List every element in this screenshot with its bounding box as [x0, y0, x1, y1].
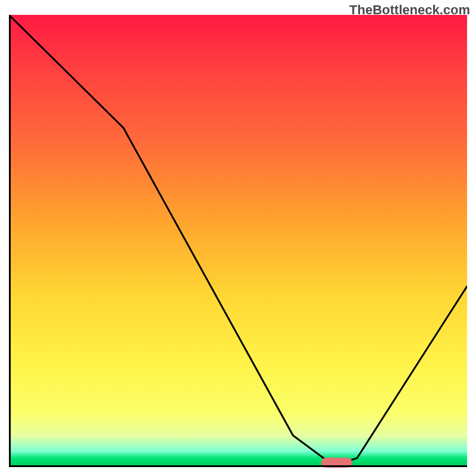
bottleneck-curve — [9, 15, 467, 467]
axis-x — [9, 465, 467, 467]
axis-y — [9, 15, 11, 467]
watermark-text: TheBottleneck.com — [349, 2, 470, 18]
chart-container: TheBottleneck.com — [0, 0, 476, 476]
plot-area — [9, 15, 467, 467]
curve-path — [9, 15, 467, 462]
